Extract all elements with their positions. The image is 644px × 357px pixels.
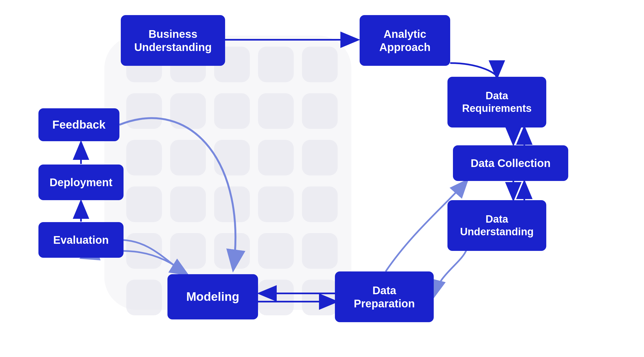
svg-rect-0 (104, 36, 351, 310)
svg-rect-9 (258, 93, 294, 129)
data-requirements-node: Data Requirements (447, 77, 546, 127)
svg-rect-19 (258, 186, 294, 222)
svg-rect-22 (170, 233, 206, 269)
feedback-node: Feedback (38, 108, 119, 141)
data-understanding-node: Data Understanding (447, 200, 546, 251)
svg-rect-20 (302, 186, 338, 222)
svg-rect-16 (126, 186, 162, 222)
svg-rect-14 (258, 140, 294, 175)
deployment-node: Deployment (38, 165, 124, 200)
svg-rect-5 (302, 47, 338, 82)
svg-rect-17 (170, 186, 206, 222)
svg-rect-8 (214, 93, 250, 129)
svg-rect-12 (170, 140, 206, 175)
data-collection-node: Data Collection (453, 145, 568, 181)
svg-rect-7 (170, 93, 206, 129)
svg-rect-29 (258, 280, 294, 315)
diagram-container: Business Understanding Analytic Approach… (0, 0, 644, 357)
svg-rect-4 (258, 47, 294, 82)
svg-rect-18 (214, 186, 250, 222)
svg-rect-13 (214, 140, 250, 175)
business-understanding-node: Business Understanding (121, 15, 225, 66)
modeling-node: Modeling (167, 274, 258, 319)
svg-rect-15 (302, 140, 338, 175)
svg-rect-25 (302, 233, 338, 269)
svg-rect-6 (126, 93, 162, 129)
data-preparation-node: Data Preparation (335, 271, 434, 322)
svg-rect-26 (126, 280, 162, 315)
svg-rect-10 (302, 93, 338, 129)
svg-rect-30 (302, 280, 338, 315)
evaluation-node: Evaluation (38, 222, 124, 258)
svg-rect-21 (126, 233, 162, 269)
analytic-approach-node: Analytic Approach (360, 15, 450, 66)
svg-rect-11 (126, 140, 162, 175)
svg-rect-23 (214, 233, 250, 269)
svg-rect-24 (258, 233, 294, 269)
